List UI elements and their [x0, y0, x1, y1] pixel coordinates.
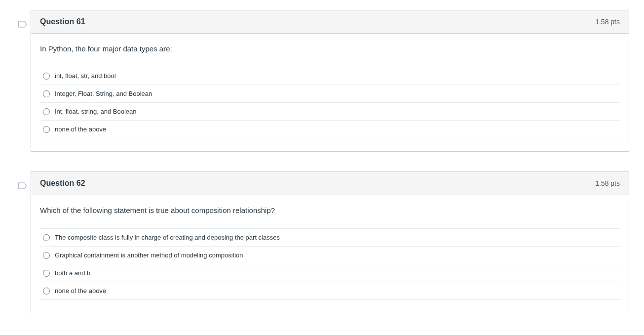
answer-label: Integer, Float, String, and Boolean [55, 90, 152, 97]
answer-option[interactable]: none of the above [40, 282, 620, 300]
answer-list: int, float, str, and bool Integer, Float… [40, 67, 620, 138]
answer-label: int, float, str, and bool [55, 72, 116, 80]
flag-icon[interactable] [18, 21, 27, 29]
radio-input[interactable] [43, 73, 50, 80]
flag-icon[interactable] [18, 182, 27, 191]
answer-label: both a and b [55, 269, 90, 277]
question-points: 1.58 pts [595, 18, 620, 26]
question-prompt: Which of the following statement is true… [40, 206, 620, 214]
question-title: Question 61 [40, 17, 85, 26]
answer-option[interactable]: Integer, Float, String, and Boolean [40, 84, 620, 102]
question-wrapper: Question 62 1.58 pts Which of the follow… [15, 171, 629, 313]
radio-input[interactable] [43, 108, 50, 115]
answer-option[interactable]: none of the above [40, 120, 620, 138]
answer-label: Int, float, string, and Boolean [55, 108, 137, 115]
question-box: Question 61 1.58 pts In Python, the four… [31, 10, 629, 152]
question-body: Which of the following statement is true… [31, 195, 629, 313]
question-title: Question 62 [40, 179, 85, 188]
answer-label: The composite class is fully in charge o… [55, 234, 280, 241]
question-box: Question 62 1.58 pts Which of the follow… [31, 171, 629, 313]
answer-option[interactable]: Graphical containment is another method … [40, 246, 620, 264]
question-header: Question 62 1.58 pts [31, 172, 629, 195]
answer-option[interactable]: Int, float, string, and Boolean [40, 102, 620, 120]
question-points: 1.58 pts [595, 179, 620, 187]
answer-list: The composite class is fully in charge o… [40, 228, 620, 300]
answer-label: none of the above [55, 287, 106, 294]
radio-input[interactable] [43, 234, 50, 241]
radio-input[interactable] [43, 270, 50, 277]
radio-input[interactable] [43, 90, 50, 97]
answer-option[interactable]: int, float, str, and bool [40, 67, 620, 84]
radio-input[interactable] [43, 288, 50, 294]
question-header: Question 61 1.58 pts [31, 10, 629, 34]
answer-label: none of the above [55, 126, 106, 133]
answer-option[interactable]: The composite class is fully in charge o… [40, 228, 620, 246]
answer-option[interactable]: both a and b [40, 264, 620, 282]
question-wrapper: Question 61 1.58 pts In Python, the four… [15, 10, 629, 152]
question-body: In Python, the four major data types are… [31, 34, 629, 151]
question-prompt: In Python, the four major data types are… [40, 44, 620, 53]
answer-label: Graphical containment is another method … [55, 251, 243, 259]
radio-input[interactable] [43, 126, 50, 133]
flag-column [15, 10, 31, 29]
radio-input[interactable] [43, 252, 50, 259]
flag-column [15, 171, 31, 191]
